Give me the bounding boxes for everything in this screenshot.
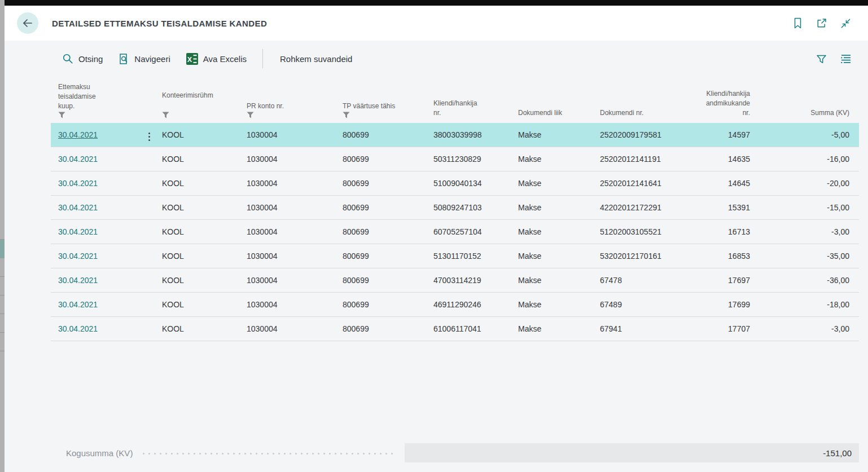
cell-tp-value-code: 800699 bbox=[343, 155, 433, 164]
cell-document-no: 42202012172291 bbox=[600, 203, 687, 212]
cell-posting-group: KOOL bbox=[162, 155, 247, 164]
column-header-customer-entry-no[interactable]: Kliendi/hankijaandmikukandenr. bbox=[687, 89, 752, 118]
cell-amount: -3,00 bbox=[752, 324, 859, 333]
page-dialog: DETAILSED ETTEMAKSU TEISALDAMISE KANDED bbox=[5, 6, 868, 472]
table-row[interactable]: 30.04.2021KOOL103000480069961006117041Ma… bbox=[51, 317, 859, 341]
cell-customer-no: 60705257104 bbox=[433, 227, 518, 236]
column-header-document-no[interactable]: Dokumendi nr. bbox=[600, 108, 687, 118]
filter-funnel-icon bbox=[343, 112, 433, 118]
date-link[interactable]: 30.04.2021 bbox=[58, 227, 98, 236]
cell-customer-entry-no: 17697 bbox=[687, 276, 752, 285]
cell-pr-account-no: 1030004 bbox=[247, 130, 343, 139]
table-row[interactable]: 30.04.2021KOOL103000480069960705257104Ma… bbox=[51, 220, 859, 244]
cell-document-no: 53202012170161 bbox=[600, 252, 687, 261]
date-link[interactable]: 30.04.2021 bbox=[58, 324, 98, 333]
cell-document-no: 51202003105521 bbox=[600, 227, 687, 236]
filter-icon[interactable] bbox=[816, 53, 827, 65]
cell-posting-group: KOOL bbox=[162, 276, 247, 285]
toolbar-right-icons bbox=[816, 41, 852, 77]
column-header-amount[interactable]: Summa (KV) bbox=[752, 108, 859, 118]
cell-tp-value-code: 800699 bbox=[343, 203, 433, 212]
cell-customer-no: 50809247103 bbox=[433, 203, 518, 212]
cell-tp-value-code: 800699 bbox=[343, 324, 433, 333]
table-row[interactable]: 30.04.2021KOOL103000480069946911290246Ma… bbox=[51, 293, 859, 317]
action-toolbar: Otsing Navigeeri bbox=[5, 41, 868, 77]
table-row[interactable]: 30.04.2021KOOL103000480069951301170152Ma… bbox=[51, 244, 859, 268]
cell-customer-no: 46911290246 bbox=[433, 300, 518, 309]
date-link[interactable]: 30.04.2021 bbox=[58, 203, 98, 212]
background-page-edge bbox=[0, 0, 5, 472]
back-button[interactable] bbox=[17, 12, 38, 34]
column-header-posting-group[interactable]: Konteerimisrühm bbox=[162, 91, 247, 118]
filter-funnel-icon bbox=[247, 112, 343, 118]
cell-amount: -16,00 bbox=[752, 155, 859, 164]
cell-document-type: Makse bbox=[518, 203, 600, 212]
cell-customer-no: 38003039998 bbox=[433, 130, 518, 139]
column-header-transfer-date[interactable]: Ettemaksuteisaldamisekuup. bbox=[51, 82, 138, 118]
cell-posting-group: KOOL bbox=[162, 130, 247, 139]
cell-tp-value-code: 800699 bbox=[343, 300, 433, 309]
cell-tp-value-code: 800699 bbox=[343, 227, 433, 236]
open-excel-button[interactable]: X Ava Excelis bbox=[186, 53, 247, 65]
cell-pr-account-no: 1030004 bbox=[247, 227, 343, 236]
bookmark-icon[interactable] bbox=[792, 16, 804, 30]
cell-transfer-date: 30.04.2021 bbox=[51, 252, 138, 261]
more-options-button[interactable]: Rohkem suvandeid bbox=[280, 54, 352, 64]
search-button[interactable]: Otsing bbox=[62, 53, 103, 64]
cell-posting-group: KOOL bbox=[162, 203, 247, 212]
table-row[interactable]: 30.04.2021KOOL103000480069947003114219Ma… bbox=[51, 268, 859, 293]
date-link[interactable]: 30.04.2021 bbox=[58, 300, 98, 309]
table-row[interactable]: 30.04.2021KOOL103000480069950311230829Ma… bbox=[51, 147, 859, 171]
column-header-tp-value-code[interactable]: TP väärtuse tähis bbox=[343, 102, 433, 118]
table-row[interactable]: 30.04.2021KOOL103000480069950809247103Ma… bbox=[51, 196, 859, 220]
cell-customer-no: 50311230829 bbox=[433, 155, 518, 164]
search-icon bbox=[62, 53, 73, 64]
open-in-new-icon[interactable] bbox=[815, 17, 828, 30]
cell-customer-entry-no: 16713 bbox=[687, 227, 752, 236]
dotted-leader bbox=[143, 453, 396, 455]
date-link[interactable]: 30.04.2021 bbox=[58, 252, 98, 261]
cell-amount: -3,00 bbox=[752, 227, 859, 236]
date-link[interactable]: 30.04.2021 bbox=[58, 276, 98, 285]
filter-funnel-icon bbox=[162, 112, 247, 118]
column-header-pr-account-no[interactable]: PR konto nr. bbox=[247, 102, 343, 118]
table-row[interactable]: 30.04.2021KOOL103000480069951009040134Ma… bbox=[51, 171, 859, 196]
column-list-icon[interactable] bbox=[840, 53, 852, 64]
table-body: 30.04.2021KOOL103000480069938003039998Ma… bbox=[51, 123, 859, 341]
screen: DETAILSED ETTEMAKSU TEISALDAMISE KANDED bbox=[0, 0, 868, 472]
top-black-bar bbox=[5, 0, 868, 6]
total-label: Kogusumma (KV) bbox=[51, 448, 133, 458]
cell-transfer-date: 30.04.2021 bbox=[51, 227, 138, 236]
navigate-label: Navigeeri bbox=[134, 54, 170, 64]
excel-label: Ava Excelis bbox=[203, 54, 247, 64]
cell-pr-account-no: 1030004 bbox=[247, 203, 343, 212]
date-link[interactable]: 30.04.2021 bbox=[58, 179, 98, 188]
column-header-customer-no[interactable]: Kliendi/hankijanr. bbox=[433, 99, 518, 118]
back-arrow-icon bbox=[21, 17, 34, 29]
cell-customer-entry-no: 14597 bbox=[687, 130, 752, 139]
column-header-document-type[interactable]: Dokumendi liik bbox=[518, 108, 600, 118]
entries-table: Ettemaksuteisaldamisekuup.Konteerimisrüh… bbox=[51, 77, 859, 341]
excel-icon: X bbox=[186, 53, 198, 65]
cell-posting-group: KOOL bbox=[162, 300, 247, 309]
page-content: Otsing Navigeeri bbox=[5, 41, 868, 472]
cell-document-no: 67478 bbox=[600, 276, 687, 285]
table-row[interactable]: 30.04.2021KOOL103000480069938003039998Ma… bbox=[51, 123, 859, 147]
cell-transfer-date: 30.04.2021 bbox=[51, 179, 138, 188]
cell-document-type: Makse bbox=[518, 252, 600, 261]
row-context-menu-icon[interactable] bbox=[145, 130, 154, 143]
cell-posting-group: KOOL bbox=[162, 324, 247, 333]
cell-customer-no: 51301170152 bbox=[433, 252, 518, 261]
cell-pr-account-no: 1030004 bbox=[247, 276, 343, 285]
date-link[interactable]: 30.04.2021 bbox=[58, 130, 98, 139]
cell-transfer-date: 30.04.2021 bbox=[51, 300, 138, 309]
date-link[interactable]: 30.04.2021 bbox=[58, 155, 98, 164]
navigate-button[interactable]: Navigeeri bbox=[119, 53, 170, 65]
cell-document-no: 67941 bbox=[600, 324, 687, 333]
cell-document-type: Makse bbox=[518, 227, 600, 236]
collapse-icon[interactable] bbox=[839, 17, 852, 30]
cell-amount: -36,00 bbox=[752, 276, 859, 285]
cell-document-type: Makse bbox=[518, 130, 600, 139]
cell-document-type: Makse bbox=[518, 300, 600, 309]
toolbar-divider bbox=[262, 49, 263, 68]
